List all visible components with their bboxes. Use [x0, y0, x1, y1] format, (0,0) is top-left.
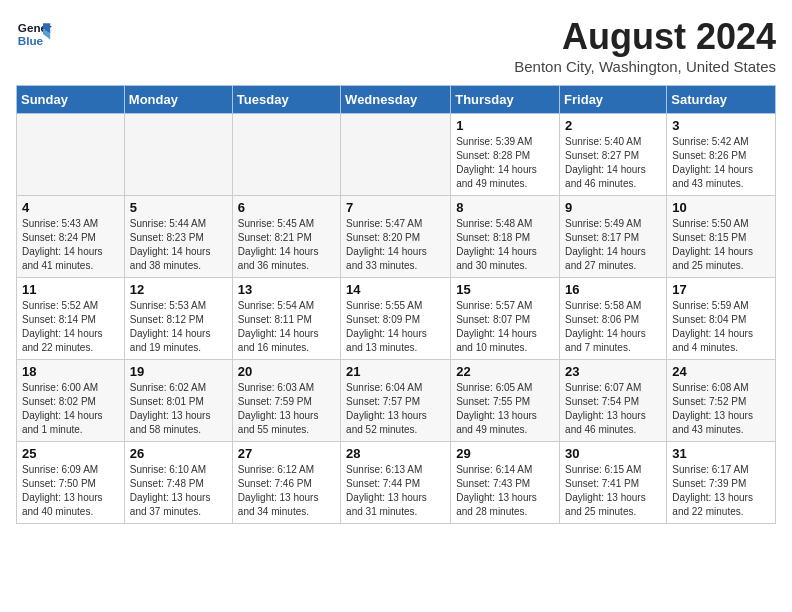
day-number: 7: [346, 200, 445, 215]
day-detail: Sunrise: 6:12 AMSunset: 7:46 PMDaylight:…: [238, 463, 335, 519]
day-number: 28: [346, 446, 445, 461]
day-number: 19: [130, 364, 227, 379]
calendar-header-cell: Monday: [124, 86, 232, 114]
location-title: Benton City, Washington, United States: [514, 58, 776, 75]
calendar-week-row: 11Sunrise: 5:52 AMSunset: 8:14 PMDayligh…: [17, 278, 776, 360]
calendar-day-cell: 9Sunrise: 5:49 AMSunset: 8:17 PMDaylight…: [560, 196, 667, 278]
day-detail: Sunrise: 6:17 AMSunset: 7:39 PMDaylight:…: [672, 463, 770, 519]
day-number: 13: [238, 282, 335, 297]
logo-icon: General Blue: [16, 16, 52, 52]
day-detail: Sunrise: 6:14 AMSunset: 7:43 PMDaylight:…: [456, 463, 554, 519]
calendar-header-cell: Thursday: [451, 86, 560, 114]
day-detail: Sunrise: 5:48 AMSunset: 8:18 PMDaylight:…: [456, 217, 554, 273]
day-number: 25: [22, 446, 119, 461]
day-number: 18: [22, 364, 119, 379]
day-number: 17: [672, 282, 770, 297]
day-number: 29: [456, 446, 554, 461]
day-detail: Sunrise: 6:09 AMSunset: 7:50 PMDaylight:…: [22, 463, 119, 519]
day-number: 1: [456, 118, 554, 133]
day-number: 4: [22, 200, 119, 215]
calendar-day-cell: [17, 114, 125, 196]
day-number: 2: [565, 118, 661, 133]
day-detail: Sunrise: 5:44 AMSunset: 8:23 PMDaylight:…: [130, 217, 227, 273]
day-detail: Sunrise: 6:05 AMSunset: 7:55 PMDaylight:…: [456, 381, 554, 437]
calendar-header-cell: Tuesday: [232, 86, 340, 114]
day-number: 23: [565, 364, 661, 379]
calendar-day-cell: 20Sunrise: 6:03 AMSunset: 7:59 PMDayligh…: [232, 360, 340, 442]
day-number: 31: [672, 446, 770, 461]
day-number: 6: [238, 200, 335, 215]
calendar-day-cell: 30Sunrise: 6:15 AMSunset: 7:41 PMDayligh…: [560, 442, 667, 524]
calendar-header-cell: Wednesday: [341, 86, 451, 114]
calendar-week-row: 18Sunrise: 6:00 AMSunset: 8:02 PMDayligh…: [17, 360, 776, 442]
calendar-day-cell: 17Sunrise: 5:59 AMSunset: 8:04 PMDayligh…: [667, 278, 776, 360]
calendar-day-cell: [124, 114, 232, 196]
day-detail: Sunrise: 6:02 AMSunset: 8:01 PMDaylight:…: [130, 381, 227, 437]
day-detail: Sunrise: 5:40 AMSunset: 8:27 PMDaylight:…: [565, 135, 661, 191]
day-number: 15: [456, 282, 554, 297]
day-number: 22: [456, 364, 554, 379]
day-number: 14: [346, 282, 445, 297]
day-number: 16: [565, 282, 661, 297]
calendar-day-cell: 19Sunrise: 6:02 AMSunset: 8:01 PMDayligh…: [124, 360, 232, 442]
calendar-week-row: 1Sunrise: 5:39 AMSunset: 8:28 PMDaylight…: [17, 114, 776, 196]
day-detail: Sunrise: 6:07 AMSunset: 7:54 PMDaylight:…: [565, 381, 661, 437]
calendar-day-cell: 3Sunrise: 5:42 AMSunset: 8:26 PMDaylight…: [667, 114, 776, 196]
calendar-day-cell: 31Sunrise: 6:17 AMSunset: 7:39 PMDayligh…: [667, 442, 776, 524]
calendar-day-cell: 22Sunrise: 6:05 AMSunset: 7:55 PMDayligh…: [451, 360, 560, 442]
day-number: 30: [565, 446, 661, 461]
calendar-header-cell: Saturday: [667, 86, 776, 114]
day-number: 24: [672, 364, 770, 379]
day-detail: Sunrise: 6:03 AMSunset: 7:59 PMDaylight:…: [238, 381, 335, 437]
day-number: 20: [238, 364, 335, 379]
calendar-table: SundayMondayTuesdayWednesdayThursdayFrid…: [16, 85, 776, 524]
day-detail: Sunrise: 6:13 AMSunset: 7:44 PMDaylight:…: [346, 463, 445, 519]
day-detail: Sunrise: 5:45 AMSunset: 8:21 PMDaylight:…: [238, 217, 335, 273]
calendar-day-cell: 2Sunrise: 5:40 AMSunset: 8:27 PMDaylight…: [560, 114, 667, 196]
calendar-day-cell: 18Sunrise: 6:00 AMSunset: 8:02 PMDayligh…: [17, 360, 125, 442]
calendar-day-cell: 26Sunrise: 6:10 AMSunset: 7:48 PMDayligh…: [124, 442, 232, 524]
day-detail: Sunrise: 5:50 AMSunset: 8:15 PMDaylight:…: [672, 217, 770, 273]
calendar-day-cell: 12Sunrise: 5:53 AMSunset: 8:12 PMDayligh…: [124, 278, 232, 360]
day-detail: Sunrise: 5:39 AMSunset: 8:28 PMDaylight:…: [456, 135, 554, 191]
day-number: 10: [672, 200, 770, 215]
day-detail: Sunrise: 5:57 AMSunset: 8:07 PMDaylight:…: [456, 299, 554, 355]
calendar-day-cell: 1Sunrise: 5:39 AMSunset: 8:28 PMDaylight…: [451, 114, 560, 196]
calendar-day-cell: 29Sunrise: 6:14 AMSunset: 7:43 PMDayligh…: [451, 442, 560, 524]
calendar-header-cell: Sunday: [17, 86, 125, 114]
calendar-day-cell: 7Sunrise: 5:47 AMSunset: 8:20 PMDaylight…: [341, 196, 451, 278]
day-detail: Sunrise: 5:55 AMSunset: 8:09 PMDaylight:…: [346, 299, 445, 355]
day-number: 9: [565, 200, 661, 215]
calendar-day-cell: 5Sunrise: 5:44 AMSunset: 8:23 PMDaylight…: [124, 196, 232, 278]
svg-text:Blue: Blue: [18, 34, 44, 47]
calendar-day-cell: [232, 114, 340, 196]
header: General Blue August 2024 Benton City, Wa…: [16, 16, 776, 75]
day-detail: Sunrise: 5:54 AMSunset: 8:11 PMDaylight:…: [238, 299, 335, 355]
day-detail: Sunrise: 5:53 AMSunset: 8:12 PMDaylight:…: [130, 299, 227, 355]
title-area: August 2024 Benton City, Washington, Uni…: [514, 16, 776, 75]
calendar-day-cell: 15Sunrise: 5:57 AMSunset: 8:07 PMDayligh…: [451, 278, 560, 360]
day-number: 27: [238, 446, 335, 461]
day-detail: Sunrise: 6:04 AMSunset: 7:57 PMDaylight:…: [346, 381, 445, 437]
calendar-day-cell: [341, 114, 451, 196]
calendar-body: 1Sunrise: 5:39 AMSunset: 8:28 PMDaylight…: [17, 114, 776, 524]
calendar-day-cell: 6Sunrise: 5:45 AMSunset: 8:21 PMDaylight…: [232, 196, 340, 278]
day-detail: Sunrise: 5:59 AMSunset: 8:04 PMDaylight:…: [672, 299, 770, 355]
calendar-day-cell: 21Sunrise: 6:04 AMSunset: 7:57 PMDayligh…: [341, 360, 451, 442]
month-title: August 2024: [514, 16, 776, 58]
calendar-day-cell: 14Sunrise: 5:55 AMSunset: 8:09 PMDayligh…: [341, 278, 451, 360]
day-detail: Sunrise: 6:10 AMSunset: 7:48 PMDaylight:…: [130, 463, 227, 519]
day-number: 26: [130, 446, 227, 461]
calendar-week-row: 4Sunrise: 5:43 AMSunset: 8:24 PMDaylight…: [17, 196, 776, 278]
day-detail: Sunrise: 5:58 AMSunset: 8:06 PMDaylight:…: [565, 299, 661, 355]
calendar-day-cell: 24Sunrise: 6:08 AMSunset: 7:52 PMDayligh…: [667, 360, 776, 442]
calendar-week-row: 25Sunrise: 6:09 AMSunset: 7:50 PMDayligh…: [17, 442, 776, 524]
calendar-day-cell: 27Sunrise: 6:12 AMSunset: 7:46 PMDayligh…: [232, 442, 340, 524]
calendar-day-cell: 8Sunrise: 5:48 AMSunset: 8:18 PMDaylight…: [451, 196, 560, 278]
day-number: 8: [456, 200, 554, 215]
day-detail: Sunrise: 5:47 AMSunset: 8:20 PMDaylight:…: [346, 217, 445, 273]
day-detail: Sunrise: 5:43 AMSunset: 8:24 PMDaylight:…: [22, 217, 119, 273]
day-detail: Sunrise: 5:42 AMSunset: 8:26 PMDaylight:…: [672, 135, 770, 191]
day-number: 5: [130, 200, 227, 215]
calendar-day-cell: 23Sunrise: 6:07 AMSunset: 7:54 PMDayligh…: [560, 360, 667, 442]
